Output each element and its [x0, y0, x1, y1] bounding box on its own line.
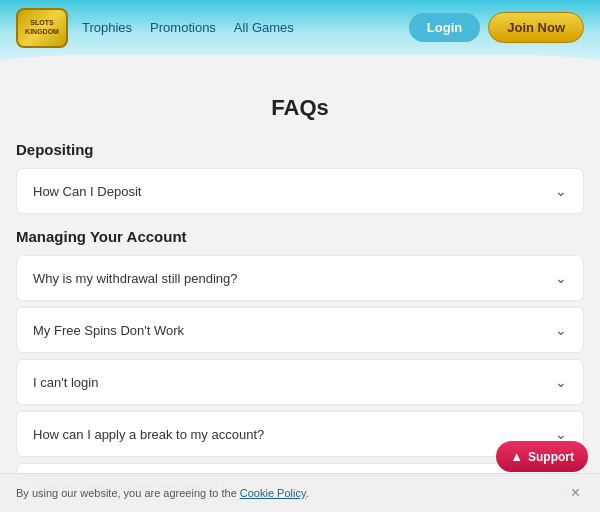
page-title: FAQs	[16, 95, 584, 121]
chevron-down-icon: ⌄	[555, 322, 567, 338]
chevron-down-icon: ⌄	[555, 426, 567, 442]
faq-item[interactable]: Why is my withdrawal still pending? ⌄	[16, 255, 584, 301]
nav-promotions[interactable]: Promotions	[150, 20, 216, 35]
faq-item-text: Why is my withdrawal still pending?	[33, 271, 237, 286]
faq-item[interactable]: I can't login ⌄	[16, 359, 584, 405]
faq-item-text: I can't login	[33, 375, 98, 390]
join-button[interactable]: Join Now	[488, 12, 584, 43]
nav-trophies[interactable]: Trophies	[82, 20, 132, 35]
logo-image: SLOTS KINGDOM	[16, 8, 68, 48]
chevron-down-icon: ⌄	[555, 374, 567, 390]
faq-item[interactable]: My Free Spins Don't Work ⌄	[16, 307, 584, 353]
support-icon: ▲	[510, 449, 523, 464]
support-label: Support	[528, 450, 574, 464]
cookie-close-button[interactable]: ×	[567, 484, 584, 502]
chevron-down-icon: ⌄	[555, 183, 567, 199]
cookie-banner: By using our website, you are agreeing t…	[0, 473, 600, 512]
section-depositing: Depositing How Can I Deposit ⌄	[16, 141, 584, 214]
cookie-policy-link[interactable]: Cookie Policy	[240, 487, 306, 499]
header-buttons: Login Join Now	[409, 12, 584, 43]
support-button[interactable]: ▲ Support	[496, 441, 588, 472]
header: SLOTS KINGDOM Trophies Promotions All Ga…	[0, 0, 600, 55]
section-managing-account: Managing Your Account Why is my withdraw…	[16, 228, 584, 512]
section-header-managing: Managing Your Account	[16, 228, 584, 245]
faq-item-text: How can I apply a break to my account?	[33, 427, 264, 442]
faq-item-text: My Free Spins Don't Work	[33, 323, 184, 338]
nav-all-games[interactable]: All Games	[234, 20, 294, 35]
faq-item-text: How Can I Deposit	[33, 184, 141, 199]
section-header-depositing: Depositing	[16, 141, 584, 158]
faq-item[interactable]: How Can I Deposit ⌄	[16, 168, 584, 214]
cookie-text: By using our website, you are agreeing t…	[16, 487, 561, 499]
chevron-down-icon: ⌄	[555, 270, 567, 286]
wave-decoration	[0, 55, 600, 75]
login-button[interactable]: Login	[409, 13, 480, 42]
logo[interactable]: SLOTS KINGDOM	[16, 8, 68, 48]
navigation: Trophies Promotions All Games	[82, 20, 294, 35]
